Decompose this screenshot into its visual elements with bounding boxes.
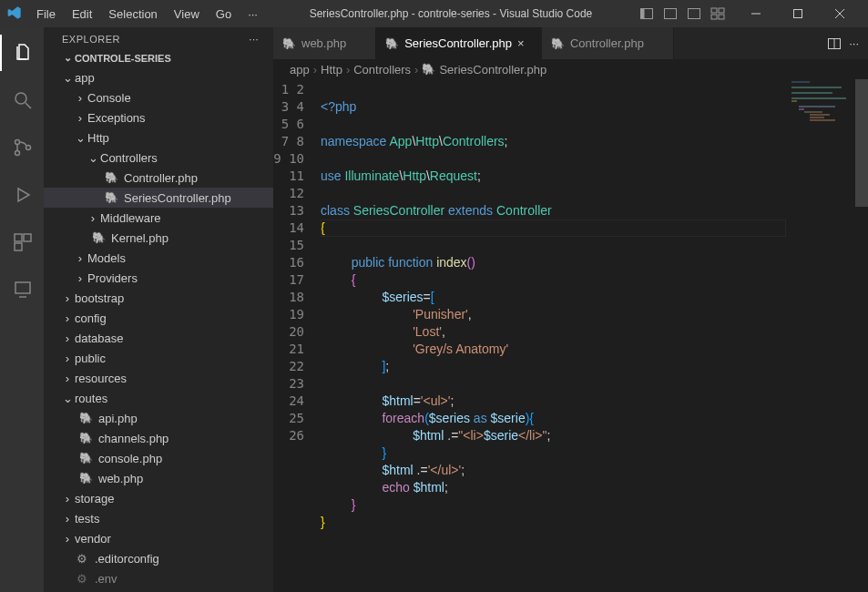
tree-folder-app[interactable]: ⌄app: [44, 67, 273, 87]
code-token: ): [471, 255, 475, 270]
minimap[interactable]: [791, 81, 855, 190]
tree-folder-controllers[interactable]: ⌄Controllers: [44, 148, 273, 168]
chevron-right-icon: ›: [73, 251, 87, 265]
toggle-panel-icon[interactable]: [660, 4, 680, 24]
menu-edit[interactable]: Edit: [65, 4, 99, 25]
code-token: 'Grey/s Anatomy': [413, 342, 508, 356]
tree-folder-models[interactable]: ›Models: [44, 248, 273, 268]
menu-bar: File Edit Selection View Go ···: [29, 4, 265, 25]
toggle-secondary-sidebar-icon[interactable]: [684, 4, 704, 24]
tab-seriescontroller[interactable]: 🐘SeriesController.php×: [376, 27, 542, 59]
svg-marker-19: [18, 189, 29, 201]
source-control-activity-icon[interactable]: [0, 129, 44, 166]
chevron-right-icon: ›: [346, 63, 350, 77]
close-window-button[interactable]: [819, 0, 861, 27]
sidebar-more-icon[interactable]: ···: [249, 34, 259, 45]
breadcrumbs[interactable]: app› Http› Controllers› 🐘SeriesControlle…: [273, 59, 868, 79]
code-token: foreach: [382, 411, 424, 425]
sidebar: EXPLORER ··· ⌄ CONTROLE-SERIES ⌄app ›Con…: [44, 27, 273, 592]
tree-file-channels[interactable]: 🐘channels.php: [44, 428, 273, 448]
tree-file-web[interactable]: 🐘web.php: [44, 468, 273, 488]
svg-rect-8: [711, 15, 717, 19]
tree-file-controller[interactable]: 🐘Controller.php: [44, 168, 273, 188]
code-token: 'Punisher': [413, 307, 468, 322]
tree-folder-console[interactable]: ›Console: [44, 87, 273, 107]
minimize-button[interactable]: [735, 0, 777, 27]
tree-folder-tests[interactable]: ›tests: [44, 508, 273, 528]
remote-activity-icon[interactable]: [0, 271, 44, 308]
sidebar-title: EXPLORER: [62, 34, 120, 45]
search-activity-icon[interactable]: [0, 82, 44, 118]
tree-folder-routes[interactable]: ⌄routes: [44, 388, 273, 408]
more-actions-icon[interactable]: ···: [849, 36, 859, 50]
crumb[interactable]: app: [290, 63, 310, 77]
tree-folder-database[interactable]: ›database: [44, 328, 273, 348]
php-file-icon: 🐘: [282, 37, 296, 50]
svg-rect-20: [15, 234, 22, 241]
php-file-icon: 🐘: [78, 451, 93, 465]
code-token: Controller: [496, 203, 552, 218]
code-token: ,: [468, 307, 472, 322]
tree-file-env[interactable]: ⚙.env: [44, 568, 273, 588]
tree-file-consolephp[interactable]: 🐘console.php: [44, 448, 273, 468]
chevron-right-icon: ›: [60, 372, 75, 385]
close-icon[interactable]: ×: [517, 36, 532, 50]
code-token: }: [352, 497, 356, 512]
chevron-right-icon: ›: [60, 291, 75, 305]
code-editor[interactable]: <?php namespace App\Http\Controllers; us…: [321, 79, 868, 592]
menu-view[interactable]: View: [167, 4, 207, 25]
tree-folder-storage[interactable]: ›storage: [44, 488, 273, 508]
code-token: $html: [414, 480, 444, 495]
code-token: =: [414, 393, 421, 408]
code-token: public: [352, 255, 385, 270]
crumb[interactable]: Http: [321, 63, 342, 77]
tree-file-editorconfig[interactable]: ⚙.editorconfig: [44, 548, 273, 568]
tab-label: Controller.php: [570, 36, 644, 50]
split-editor-icon[interactable]: [827, 36, 842, 51]
tree-folder-exceptions[interactable]: ›Exceptions: [44, 107, 273, 128]
editor-area[interactable]: 1 2 3 4 5 6 7 8 9 10 11 12 13 14 15 16 1…: [273, 79, 868, 592]
code-token: '</ul>': [428, 463, 461, 477]
tree-folder-resources[interactable]: ›resources: [44, 368, 273, 388]
code-token: $html: [413, 428, 444, 443]
project-root[interactable]: ⌄ CONTROLE-SERIES: [44, 48, 273, 67]
tab-controller[interactable]: 🐘Controller.php×: [542, 27, 674, 59]
customize-layout-icon[interactable]: [708, 4, 728, 24]
run-debug-activity-icon[interactable]: [0, 177, 44, 213]
menu-selection[interactable]: Selection: [101, 4, 164, 25]
tree-file-api[interactable]: 🐘api.php: [44, 408, 273, 428]
maximize-button[interactable]: [777, 0, 819, 27]
tree-folder-http[interactable]: ⌄Http: [44, 128, 273, 148]
code-token: use: [321, 168, 344, 183]
menu-overflow-icon[interactable]: ···: [240, 4, 265, 25]
toggle-primary-sidebar-icon[interactable]: [637, 4, 657, 24]
php-file-icon: 🐘: [551, 37, 565, 50]
crumb[interactable]: Controllers: [353, 63, 411, 77]
editor-scrollbar[interactable]: [855, 79, 868, 592]
menu-go[interactable]: Go: [209, 4, 239, 25]
tree-folder-providers[interactable]: ›Providers: [44, 268, 273, 288]
tree-label: Controller.php: [124, 171, 198, 185]
tree-folder-public[interactable]: ›public: [44, 348, 273, 368]
chevron-down-icon: ⌄: [60, 392, 75, 405]
tree-file-seriescontroller[interactable]: 🐘SeriesController.php: [44, 188, 273, 208]
explorer-activity-icon[interactable]: [0, 35, 44, 71]
tree-label: Providers: [87, 271, 138, 285]
svg-rect-6: [711, 8, 717, 13]
crumb[interactable]: SeriesController.php: [439, 63, 546, 77]
tree-folder-middleware[interactable]: ›Middleware: [44, 208, 273, 228]
svg-point-16: [15, 140, 20, 145]
tree-label: channels.php: [98, 432, 168, 445]
tree-folder-vendor[interactable]: ›vendor: [44, 528, 273, 548]
tree-label: Controllers: [100, 151, 158, 165]
scrollbar-thumb[interactable]: [855, 79, 868, 207]
tree-folder-bootstrap[interactable]: ›bootstrap: [44, 288, 273, 308]
menu-file[interactable]: File: [29, 4, 63, 25]
chevron-right-icon: ›: [73, 91, 87, 105]
tree-folder-config[interactable]: ›config: [44, 308, 273, 328]
tree-file-kernel[interactable]: 🐘Kernel.php: [44, 228, 273, 248]
svg-rect-23: [15, 282, 30, 293]
tab-web[interactable]: 🐘web.php×: [273, 27, 376, 59]
extensions-activity-icon[interactable]: [0, 224, 44, 260]
svg-rect-9: [719, 15, 724, 19]
